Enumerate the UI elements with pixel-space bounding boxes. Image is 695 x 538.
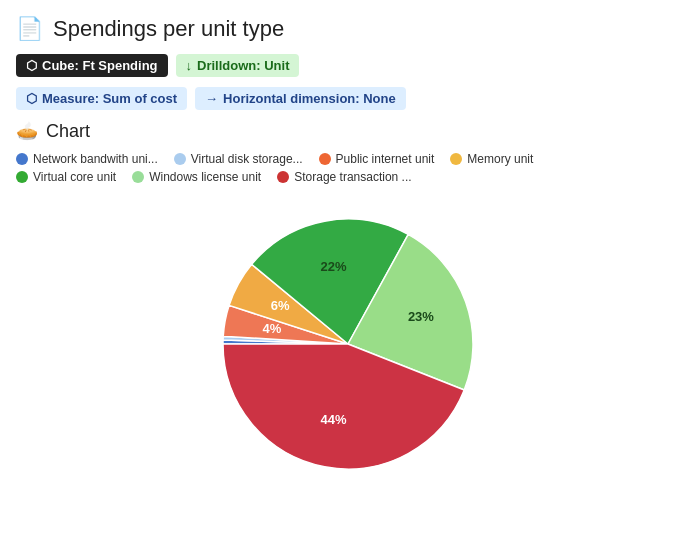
cube-badge[interactable]: ⬡ Cube: Ft Spending [16, 54, 168, 77]
legend-label: Storage transaction ... [294, 170, 411, 184]
slice-label: 22% [320, 259, 346, 274]
legend-label: Virtual core unit [33, 170, 116, 184]
legend-label: Windows license unit [149, 170, 261, 184]
slice-label: 44% [320, 412, 346, 427]
legend-item: Virtual core unit [16, 170, 116, 184]
legend-color [174, 153, 186, 165]
legend-item: Windows license unit [132, 170, 261, 184]
measure-badge[interactable]: ⬡ Measure: Sum of cost [16, 87, 187, 110]
page-title: 📄 Spendings per unit type [16, 16, 679, 42]
legend-color [277, 171, 289, 183]
measure-icon: ⬡ [26, 91, 37, 106]
slice-label: 6% [270, 298, 289, 313]
horizontal-badge[interactable]: → Horizontal dimension: None [195, 87, 406, 110]
legend-label: Network bandwith uni... [33, 152, 158, 166]
drilldown-badge[interactable]: ↓ Drilldown: Unit [176, 54, 300, 77]
controls-row-2: ⬡ Measure: Sum of cost → Horizontal dime… [16, 87, 679, 110]
slice-label: 4% [262, 321, 281, 336]
legend-item: Public internet unit [319, 152, 435, 166]
cube-icon: ⬡ [26, 58, 37, 73]
chart-area: 4%6%22%23%44% [16, 194, 679, 484]
horizontal-icon: → [205, 91, 218, 106]
legend-color [319, 153, 331, 165]
chart-section-title: 🥧 Chart [16, 120, 679, 142]
slice-label: 23% [407, 309, 433, 324]
controls-row: ⬡ Cube: Ft Spending ↓ Drilldown: Unit [16, 54, 679, 77]
chart-icon: 🥧 [16, 120, 38, 142]
legend-item: Memory unit [450, 152, 533, 166]
legend-color [450, 153, 462, 165]
legend-color [132, 171, 144, 183]
drilldown-icon: ↓ [186, 58, 193, 73]
legend-color [16, 153, 28, 165]
legend: Network bandwith uni...Virtual disk stor… [16, 152, 679, 184]
legend-item: Virtual disk storage... [174, 152, 303, 166]
legend-item: Network bandwith uni... [16, 152, 158, 166]
legend-label: Virtual disk storage... [191, 152, 303, 166]
legend-item: Storage transaction ... [277, 170, 411, 184]
legend-color [16, 171, 28, 183]
page-title-icon: 📄 [16, 16, 43, 42]
legend-label: Memory unit [467, 152, 533, 166]
legend-label: Public internet unit [336, 152, 435, 166]
